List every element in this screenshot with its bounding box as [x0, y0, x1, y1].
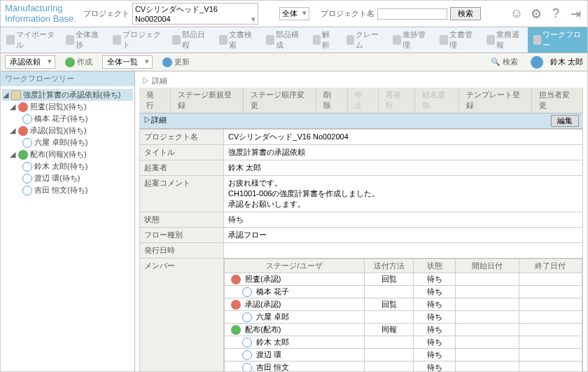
help-icon[interactable]: ? [548, 6, 564, 22]
field-value: お疲れ様です。CH1001-006の強度計算書を作成しました。承認をお願いします… [224, 176, 583, 212]
proj-name-input[interactable] [377, 8, 447, 20]
tree-user[interactable]: 橋本 花子(待ち) [20, 113, 133, 125]
nav-8[interactable]: 進捗管理 [387, 27, 434, 53]
member-status: 待ち [414, 349, 456, 361]
member-method [365, 361, 414, 373]
member-row: 六屋 卓郎待ち [225, 311, 582, 324]
field-label: プロジェクト名 [140, 130, 224, 145]
member-row: 吉田 恒文待ち [225, 361, 582, 373]
action-tab[interactable]: 担当者変更 [532, 88, 583, 113]
nav-5[interactable]: 部品構成 [260, 27, 307, 53]
nav-icon [219, 35, 227, 45]
member-icon [231, 275, 241, 284]
member-method [365, 336, 414, 349]
gear-icon[interactable]: ⚙ [528, 6, 544, 22]
field-label: メンバー [140, 259, 224, 373]
nav-6[interactable]: 解析 [307, 27, 341, 53]
member-row: 橋本 花子待ち [225, 286, 582, 298]
nav-3[interactable]: 部品日程 [167, 27, 214, 53]
nav-4[interactable]: 文書検索 [214, 27, 260, 53]
tree-root[interactable]: ◢強度計算書の承認依頼(待ち) [2, 89, 133, 101]
workflow-tree: ワークフローツリー ◢強度計算書の承認依頼(待ち) ◢照査(回覧)(待ち) 橋本… [1, 71, 135, 372]
member-icon [242, 312, 252, 322]
member-status: 待ち [414, 324, 456, 336]
content-area: ▷ 詳細 発 行ステージ新規登録ステージ順序変更削 除中 止再発行組名追加テンプ… [135, 71, 587, 372]
col-header: 開始日付 [456, 259, 519, 273]
tree-user[interactable]: 渡辺 環(待ち) [20, 172, 133, 184]
field-value: 鈴木 太郎 [224, 160, 583, 176]
member-row: 配布(配布)同報待ち [225, 324, 582, 336]
nav-icon [266, 35, 274, 45]
nav-2[interactable]: プロジェクト [107, 27, 167, 53]
field-value: 承認フロー [224, 228, 583, 243]
action-tab: 中 止 [348, 88, 379, 113]
member-status: 待ち [414, 336, 456, 349]
member-name: 配布(配布) [245, 324, 281, 335]
tree-user[interactable]: 六屋 卓郎(待ち) [20, 137, 133, 149]
action-tab[interactable]: ステージ新規登録 [171, 88, 244, 113]
plus-icon [65, 57, 75, 67]
edit-button[interactable]: 編集 [551, 115, 579, 127]
refresh-icon [162, 57, 172, 67]
nav-0[interactable]: マイポータル [1, 27, 60, 53]
filter1-select[interactable]: 承認依頼 [5, 55, 55, 69]
field-label: タイトル [140, 145, 224, 160]
member-method: 同報 [365, 324, 414, 336]
action-tab[interactable]: 発 行 [139, 88, 171, 113]
tree-node[interactable]: ◢照査(回覧)(待ち) [9, 101, 133, 113]
create-button[interactable]: 作成 [59, 56, 98, 68]
nav-7[interactable]: クレーム [341, 27, 388, 53]
refresh-button[interactable]: 更新 [157, 56, 195, 68]
user-icon [22, 114, 32, 124]
nav-icon [113, 35, 121, 45]
nav-icon [393, 35, 401, 45]
member-icon [242, 287, 252, 297]
member-icon [231, 325, 241, 335]
action-tab[interactable]: テンプレート登録 [459, 88, 532, 113]
action-tab[interactable]: ステージ順序変更 [244, 88, 316, 113]
nav-10[interactable]: 業務週報 [481, 27, 528, 53]
member-name: 吉田 恒文 [256, 362, 289, 372]
main-toolbar: マイポータル全体進捗プロジェクト部品日程文書検索部品構成解析クレーム進捗管理文書… [1, 27, 587, 53]
current-user: 鈴木 太郎 [550, 57, 583, 67]
tree-user[interactable]: 吉田 恒文(待ち) [20, 184, 133, 196]
member-name: 承認(承認) [245, 299, 281, 310]
app-header: Manufacturing Information Base. プロジェクト C… [1, 1, 587, 27]
nav-1[interactable]: 全体進捗 [60, 27, 107, 53]
nav-11[interactable]: ワークフロー [528, 27, 587, 53]
nav-icon [66, 35, 74, 45]
search-link[interactable]: 🔍 検索 [485, 56, 524, 68]
member-table: ステージ/ユーザ 送付方法 状態 開始日付 終了日付 照査(承認)回覧待ち橋本 … [224, 259, 582, 372]
member-method [365, 311, 414, 324]
logout-icon[interactable]: ⇥ [568, 6, 583, 22]
action-tab: 組名追加 [415, 88, 459, 113]
member-name: 橋本 花子 [256, 287, 289, 297]
member-icon [242, 363, 252, 373]
action-tab[interactable]: 削 除 [316, 88, 348, 113]
nav-9[interactable]: 文書管理 [434, 27, 481, 53]
doc-icon [11, 90, 21, 100]
field-value: 待ち [224, 212, 583, 228]
user-icon [22, 138, 32, 148]
member-name: 六屋 卓郎 [256, 312, 289, 322]
stage-icon [18, 102, 28, 112]
tree-node[interactable]: ◢承認(回覧)(待ち) [9, 125, 133, 137]
field-value [224, 243, 583, 259]
tree-node[interactable]: ◢配布(同報)(待ち) [9, 149, 133, 160]
tree-user[interactable]: 鈴木 太郎(待ち) [20, 160, 133, 172]
col-header: 状態 [414, 259, 456, 273]
nav-icon [172, 35, 181, 45]
member-status: 待ち [414, 361, 456, 373]
member-name: 照査(承認) [245, 274, 281, 284]
filter2-select[interactable]: 全体一覧 [102, 55, 153, 69]
sub-toolbar: 承認依頼 作成 全体一覧 更新 🔍 検索 鈴木 太郎 [1, 53, 587, 71]
col-header: ステージ/ユーザ [225, 259, 365, 273]
member-name: 渡辺 環 [256, 350, 281, 360]
stage-icon [18, 126, 28, 136]
search-button[interactable]: 検索 [450, 7, 481, 20]
project-select[interactable]: CVシリンダヘッド_V16 No002004 [132, 3, 258, 25]
user-icon[interactable]: ☺ [509, 6, 524, 22]
avatar-icon[interactable] [531, 56, 543, 69]
field-value: 強度計算書の承認依頼 [224, 145, 583, 160]
scope-select[interactable]: 全体 [279, 7, 309, 20]
